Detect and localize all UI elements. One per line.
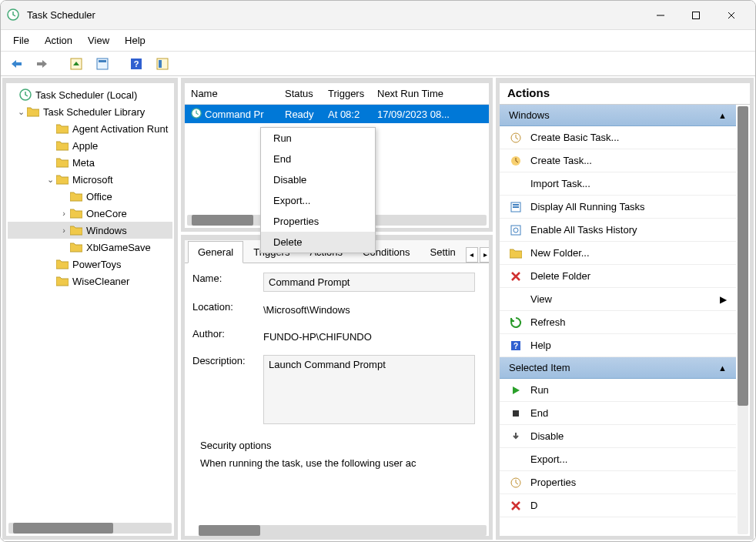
tab-scroll-left[interactable]: ◂ [466, 247, 478, 263]
tree-item[interactable]: ⌄Microsoft [8, 171, 172, 188]
tree-item[interactable]: ›OneCore [8, 205, 172, 222]
action-label: New Folder... [530, 247, 590, 259]
tree-item[interactable]: ›Windows [8, 222, 172, 239]
navigation-tree[interactable]: Task Scheduler (Local) ⌄ Task Scheduler … [6, 83, 174, 520]
action-item[interactable]: D [500, 494, 736, 517]
context-disable[interactable]: Disable [261, 169, 375, 190]
actions-title: Actions [500, 83, 750, 105]
task-status: Ready [279, 109, 322, 120]
description-field[interactable]: Launch Command Prompt [263, 355, 475, 424]
task-row[interactable]: Command Pr Ready At 08:2 17/09/2023 08..… [185, 105, 489, 123]
menu-action[interactable]: Action [37, 32, 80, 49]
action-group-head[interactable]: Windows▲ [500, 105, 736, 126]
properties-button[interactable] [92, 55, 113, 73]
forward-button[interactable] [32, 55, 53, 73]
action-item[interactable]: Refresh [500, 311, 736, 334]
action-label: Refresh [530, 316, 566, 328]
action-icon [509, 406, 523, 420]
context-delete[interactable]: Delete [261, 232, 375, 253]
tab-general[interactable]: General [188, 241, 243, 263]
clock-icon [191, 108, 202, 121]
window-title: Task Scheduler [27, 9, 643, 21]
folder-icon [55, 258, 69, 270]
action-icon [509, 476, 523, 490]
context-end[interactable]: End [261, 149, 375, 169]
tree-label: Meta [72, 157, 95, 169]
menu-view[interactable]: View [80, 32, 117, 49]
tree-scrollbar[interactable] [8, 523, 172, 534]
tree-label: OneCore [86, 208, 127, 219]
action-item[interactable]: Disable [500, 425, 736, 448]
context-export[interactable]: Export... [261, 190, 375, 211]
col-status[interactable]: Status [279, 88, 322, 99]
folder-icon [69, 241, 83, 253]
author-label: Author: [192, 328, 263, 340]
location-value: \Microsoft\Windows [263, 301, 481, 319]
app-icon [7, 8, 21, 22]
tree-item[interactable]: Meta [8, 154, 172, 171]
action-item[interactable]: Export... [500, 448, 736, 471]
action-label: Create Basic Task... [530, 132, 619, 143]
tab-settings[interactable]: Settin [420, 241, 466, 263]
context-properties[interactable]: Properties [261, 211, 375, 232]
tree-label: Task Scheduler Library [43, 106, 145, 118]
name-field[interactable]: Command Prompt [263, 273, 475, 292]
action-item[interactable]: Enable All Tasks History [500, 219, 736, 242]
tree-label: Windows [86, 225, 127, 236]
tree-library[interactable]: ⌄ Task Scheduler Library [8, 103, 172, 120]
tree-item[interactable]: Agent Activation Runt [8, 120, 172, 137]
folder-icon [55, 139, 69, 152]
back-button[interactable] [5, 55, 27, 73]
action-icon [509, 293, 523, 306]
task-details-pane: General Triggers Actions Conditions Sett… [181, 235, 493, 540]
col-next[interactable]: Next Run Time [371, 88, 489, 99]
tree-label: PowerToys [72, 259, 122, 270]
folder-icon [55, 275, 69, 287]
tree-item[interactable]: WiseCleaner [8, 273, 172, 289]
help-button[interactable]: ? [125, 55, 147, 73]
up-button[interactable] [65, 55, 87, 73]
action-item[interactable]: Create Task... [500, 149, 736, 172]
action-item[interactable]: Run [500, 379, 736, 402]
action-label: Enable All Tasks History [530, 224, 637, 236]
maximize-button[interactable] [678, 2, 714, 29]
context-run[interactable]: Run [261, 128, 375, 149]
menu-file[interactable]: File [5, 32, 37, 49]
tree-label: Microsoft [72, 174, 113, 186]
action-label: View [530, 293, 552, 305]
action-item[interactable]: End [500, 402, 736, 425]
tab-scroll-right[interactable]: ▸ [480, 247, 492, 263]
tree-root[interactable]: Task Scheduler (Local) [8, 86, 172, 103]
menu-help[interactable]: Help [117, 32, 153, 49]
tree-item[interactable]: Apple [8, 137, 172, 154]
action-icon [509, 223, 523, 237]
tree-label: Apple [72, 140, 98, 152]
action-item[interactable]: ?Help [500, 334, 736, 357]
col-triggers[interactable]: Triggers [322, 88, 371, 99]
tree-item[interactable]: PowerToys [8, 256, 172, 273]
action-item[interactable]: Delete Folder [500, 265, 736, 288]
action-icon [509, 499, 523, 513]
minimize-button[interactable] [643, 2, 678, 29]
action-item[interactable]: Display All Running Tasks [500, 196, 736, 219]
action-item[interactable]: Create Basic Task... [500, 126, 736, 149]
action-item[interactable]: Properties [500, 471, 736, 494]
action-item[interactable]: New Folder... [500, 242, 736, 265]
action-icon [509, 453, 523, 467]
actions-pane-button[interactable] [152, 55, 173, 73]
close-button[interactable] [714, 2, 749, 29]
action-icon [509, 246, 523, 260]
action-group-head[interactable]: Selected Item▲ [500, 357, 736, 379]
action-icon [509, 269, 523, 283]
security-options-head: Security options [200, 440, 473, 451]
col-name[interactable]: Name [185, 88, 279, 99]
toolbar: ? [1, 52, 755, 76]
action-item[interactable]: Import Task... [500, 172, 736, 196]
actions-scrollbar[interactable] [738, 106, 748, 534]
details-scrollbar[interactable] [199, 525, 487, 536]
tree-item[interactable]: XblGameSave [8, 239, 172, 256]
svg-rect-4 [99, 60, 106, 62]
tree-item[interactable]: Office [8, 188, 172, 205]
action-item[interactable]: View▶ [500, 288, 736, 311]
folder-icon [26, 105, 40, 118]
